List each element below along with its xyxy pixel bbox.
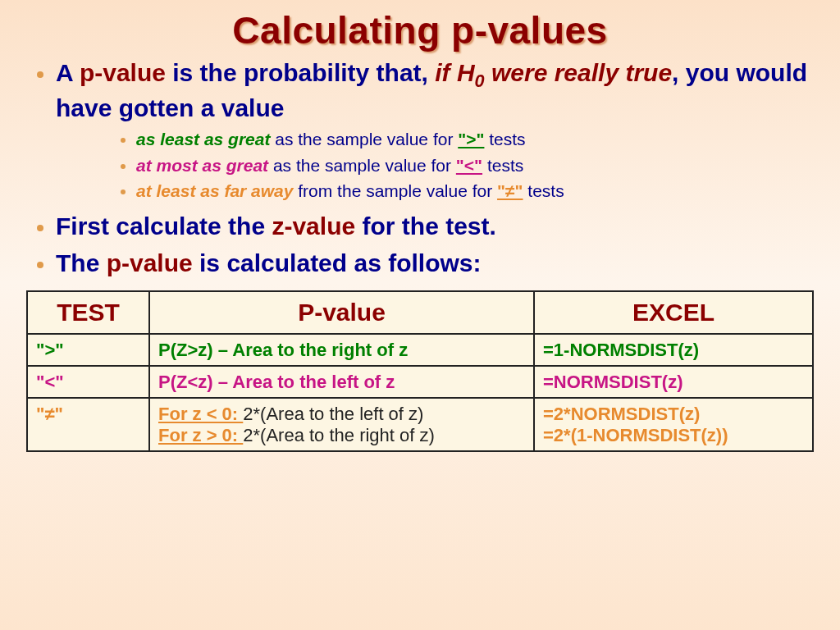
text: First calculate the bbox=[56, 212, 272, 240]
text: for the test. bbox=[355, 212, 496, 240]
term-pvalue: p-value bbox=[80, 59, 166, 86]
cell-excel-gt: =1-NORMSDIST(z) bbox=[534, 334, 813, 366]
ne-symbol: "≠" bbox=[497, 181, 523, 200]
text: were really true bbox=[485, 59, 672, 86]
table-row: ">" P(Z>z) – Area to the right of z =1-N… bbox=[27, 334, 813, 366]
hypothesis-text: if H0 were really true bbox=[435, 59, 672, 86]
text: is calculated as follows: bbox=[193, 249, 482, 276]
bullet-3: The p-value is calculated as follows: bbox=[56, 248, 815, 279]
text: is the probability that, bbox=[166, 59, 435, 86]
term-pvalue: p-value bbox=[107, 249, 193, 276]
cell-excel-ne: =2*NORMSDIST(z) =2*(1-NORMSDIST(z)) bbox=[534, 398, 813, 451]
term-zvalue: z-value bbox=[272, 212, 355, 240]
text: tests bbox=[482, 156, 523, 175]
cell-excel-lt: =NORMSDIST(z) bbox=[534, 366, 813, 398]
cell-test-gt: ">" bbox=[27, 334, 149, 366]
rule-neg: For z < 0: bbox=[158, 404, 243, 424]
cell-test-lt: "<" bbox=[27, 366, 149, 398]
text: tests bbox=[523, 181, 564, 200]
text: 2*(Area to the right of z) bbox=[243, 425, 435, 445]
table-row: "<" P(Z<z) – Area to the left of z =NORM… bbox=[27, 366, 813, 398]
excel-ne-1: =2*NORMSDIST(z) bbox=[543, 404, 700, 424]
sub-bullet-2: at most as great as the sample value for… bbox=[136, 153, 815, 179]
text: as the sample value for bbox=[268, 156, 456, 175]
text: The bbox=[56, 249, 107, 276]
cell-test-ne: "≠" bbox=[27, 398, 149, 451]
text: if H bbox=[435, 59, 474, 86]
rule-pos: For z > 0: bbox=[158, 425, 243, 445]
lt-symbol: "<" bbox=[456, 156, 482, 175]
cell-pval-lt: P(Z<z) – Area to the left of z bbox=[149, 366, 534, 398]
emphasis: at most as great bbox=[136, 156, 268, 175]
slide-title: Calculating p-values bbox=[25, 8, 815, 52]
cell-pval-ne: For z < 0: 2*(Area to the left of z) For… bbox=[149, 398, 534, 451]
emphasis: at least as far away bbox=[136, 181, 293, 200]
text: A bbox=[56, 59, 80, 86]
text: as the sample value for bbox=[270, 130, 458, 148]
table-header-row: TEST P-value EXCEL bbox=[27, 291, 813, 334]
slide: Calculating p-values A p-value is the pr… bbox=[0, 0, 840, 630]
header-test: TEST bbox=[27, 291, 149, 334]
emphasis: as least as great bbox=[136, 130, 270, 148]
header-excel: EXCEL bbox=[534, 291, 813, 334]
cell-pval-gt: P(Z>z) – Area to the right of z bbox=[149, 334, 534, 366]
text: 2*(Area to the left of z) bbox=[243, 404, 423, 424]
sub-bullet-1: as least as great as the sample value fo… bbox=[136, 126, 815, 153]
gt-symbol: ">" bbox=[458, 130, 484, 148]
excel-ne-2: =2*(1-NORMSDIST(z)) bbox=[543, 425, 728, 445]
text: from the sample value for bbox=[293, 181, 497, 200]
text: tests bbox=[484, 130, 525, 148]
pvalue-table: TEST P-value EXCEL ">" P(Z>z) – Area to … bbox=[26, 290, 814, 452]
bullet-1: A p-value is the probability that, if H0… bbox=[56, 57, 815, 204]
header-pvalue: P-value bbox=[149, 291, 534, 334]
bullet-2: First calculate the z-value for the test… bbox=[56, 211, 815, 242]
subscript-0: 0 bbox=[475, 71, 485, 91]
bullet-list: A p-value is the probability that, if H0… bbox=[28, 57, 815, 279]
sub-bullet-list: as least as great as the sample value fo… bbox=[113, 126, 815, 204]
sub-bullet-3: at least as far away from the sample val… bbox=[136, 178, 815, 204]
table-row: "≠" For z < 0: 2*(Area to the left of z)… bbox=[27, 398, 813, 451]
